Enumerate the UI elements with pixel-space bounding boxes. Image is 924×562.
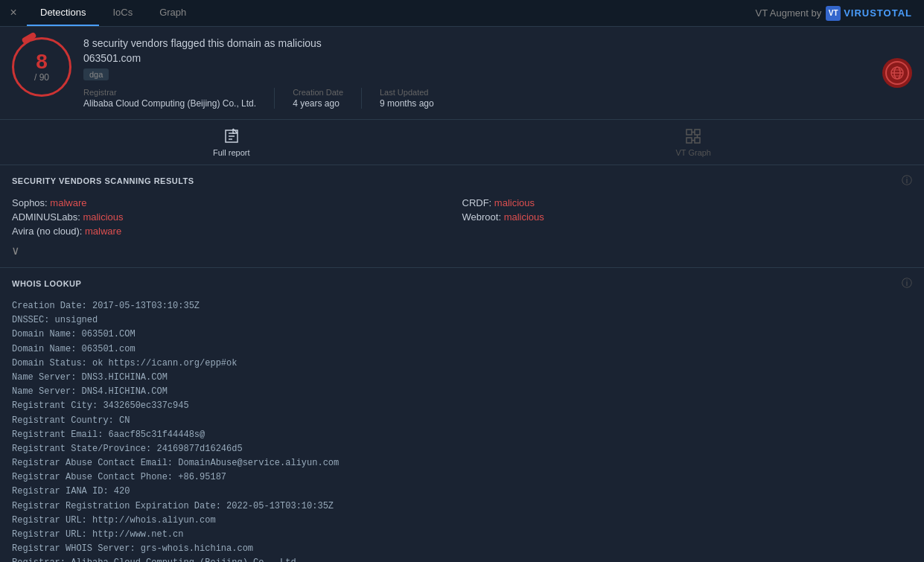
updated-value: 9 months ago <box>380 98 434 109</box>
info-details: 8 security vendors flagged this domain a… <box>83 37 870 109</box>
whois-section: WHOIS LOOKUP ⓘ Creation Date: 2017-05-13… <box>0 268 924 562</box>
domain-icon <box>882 58 912 88</box>
creation-label: Creation Date <box>293 88 343 97</box>
vt-icon: VT <box>826 6 841 21</box>
vt-logo: VT VIRUSTOTAL <box>826 6 912 21</box>
svg-rect-7 <box>686 138 692 143</box>
score-total: / 90 <box>34 72 49 83</box>
whois-section-header: WHOIS LOOKUP ⓘ <box>12 277 912 290</box>
header-tabs: Detections IoCs Graph <box>27 0 200 26</box>
registrar-item: Registrar Alibaba Cloud Computing (Beiji… <box>83 88 275 109</box>
whois-content: Creation Date: 2017-05-13T03:10:35Z DNSS… <box>12 299 912 562</box>
svg-rect-8 <box>695 138 700 143</box>
scan-result-sophos: Sophos: malware <box>12 197 462 209</box>
augment-label: VT Augment by <box>755 7 821 19</box>
registrar-label: Registrar <box>83 88 256 97</box>
domain-name: 063501.com <box>83 52 870 64</box>
score-circle: 8 / 90 <box>12 37 71 97</box>
meta-row: Registrar Alibaba Cloud Computing (Beiji… <box>83 88 870 109</box>
domain-icon-inner <box>885 61 909 85</box>
score-number: 8 <box>36 51 48 72</box>
expand-button[interactable]: ∨ <box>12 243 19 258</box>
scan-results-grid: Sophos: malware CRDF: malicious ADMINUSL… <box>12 197 912 237</box>
full-report-icon <box>223 127 240 145</box>
vt-graph-action[interactable]: VT Graph <box>676 127 712 157</box>
alert-text: 8 security vendors flagged this domain a… <box>83 37 870 49</box>
scan-result-webroot: Webroot: malicious <box>462 211 913 223</box>
action-bar: Full report VT Graph <box>0 120 924 165</box>
tab-detections[interactable]: Detections <box>27 0 99 26</box>
registrar-value: Alibaba Cloud Computing (Beijing) Co., L… <box>83 98 256 109</box>
tab-graph[interactable]: Graph <box>146 0 200 26</box>
full-report-label: Full report <box>213 148 250 157</box>
security-info-icon[interactable]: ⓘ <box>902 174 912 188</box>
security-section-header: SECURITY VENDORS SCANNING RESULTS ⓘ <box>12 174 912 188</box>
creation-date-item: Creation Date 4 years ago <box>293 88 362 109</box>
header: × Detections IoCs Graph VT Augment by VT… <box>0 0 924 27</box>
info-bar: 8 / 90 8 security vendors flagged this d… <box>0 27 924 120</box>
creation-value: 4 years ago <box>293 98 343 109</box>
security-section: SECURITY VENDORS SCANNING RESULTS ⓘ Soph… <box>0 165 924 268</box>
score-decoration <box>21 32 36 45</box>
report-icon-svg <box>223 127 240 145</box>
svg-rect-6 <box>695 130 700 135</box>
scan-result-avira: Avira (no cloud): malware <box>12 225 462 237</box>
vt-graph-label: VT Graph <box>676 148 712 157</box>
full-report-action[interactable]: Full report <box>213 127 250 157</box>
domain-tag: dga <box>83 68 109 80</box>
scan-result-adminuslabs: ADMINUSLabs: malicious <box>12 211 462 223</box>
close-icon: × <box>10 7 17 20</box>
scan-result-crdf: CRDF: malicious <box>462 197 913 209</box>
whois-title: WHOIS LOOKUP <box>12 279 81 288</box>
augment-area: VT Augment by VT VIRUSTOTAL <box>755 6 924 21</box>
close-button[interactable]: × <box>0 0 27 27</box>
vt-graph-icon <box>684 127 702 145</box>
vt-brand-text: VIRUSTOTAL <box>844 7 912 19</box>
updated-item: Last Updated 9 months ago <box>380 88 452 109</box>
globe-icon <box>890 66 905 80</box>
tab-iocs[interactable]: IoCs <box>99 0 146 26</box>
security-title: SECURITY VENDORS SCANNING RESULTS <box>12 176 194 185</box>
svg-rect-5 <box>686 130 692 135</box>
graph-icon-svg <box>684 127 702 145</box>
whois-info-icon[interactable]: ⓘ <box>902 277 912 290</box>
updated-label: Last Updated <box>380 88 434 97</box>
